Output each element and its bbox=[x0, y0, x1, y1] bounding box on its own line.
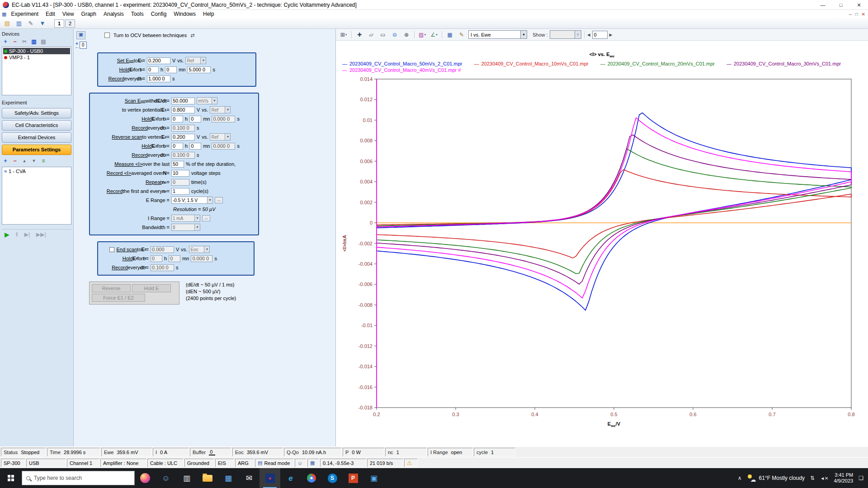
param-input[interactable]: 0 bbox=[147, 66, 159, 73]
mdi-close-button[interactable]: ✕ bbox=[862, 12, 865, 17]
param-input[interactable]: 50.000 bbox=[171, 98, 195, 104]
load-settings-icon[interactable]: ▥ bbox=[14, 19, 24, 28]
param-input[interactable]: 5.000 0 bbox=[187, 66, 211, 73]
scale-button[interactable]: ▱ bbox=[366, 30, 376, 39]
legend-item[interactable]: —20230409_CV_Control_Macro_30mVs_C01.mpr bbox=[726, 61, 841, 66]
nav-left-button[interactable]: ◀ bbox=[587, 33, 590, 37]
link-button[interactable]: ≡ bbox=[40, 158, 47, 164]
last-button[interactable]: ▶▶| bbox=[36, 231, 46, 238]
param-input[interactable]: 0.000 0 bbox=[212, 143, 235, 150]
param-input[interactable]: 10 bbox=[171, 170, 189, 177]
param-input[interactable]: 0.200 bbox=[171, 134, 195, 141]
param-input[interactable]: 1.000 0 bbox=[147, 75, 170, 82]
param-dropdown[interactable]: Ref▾ bbox=[210, 133, 231, 141]
legend-item[interactable]: —20230409_CV_Control_Macro_20mVs_C01.mpr bbox=[600, 61, 715, 66]
move-down-button[interactable]: ▼ bbox=[30, 159, 38, 163]
param-input[interactable]: 0.200 bbox=[147, 57, 170, 64]
calculator-icon[interactable]: ▦ bbox=[218, 468, 239, 488]
param-input[interactable]: 0 bbox=[171, 116, 183, 122]
param-dropdown[interactable]: -0.5 V; 1.5 V▾ bbox=[171, 197, 213, 204]
param-input[interactable]: 0.100 0 bbox=[171, 125, 195, 131]
nav-safety-adv-settings[interactable]: Safety/Adv. Settings bbox=[2, 108, 71, 118]
end-scan-checkbox[interactable] bbox=[109, 247, 114, 252]
footer-hold-e-button[interactable]: Hold E bbox=[132, 284, 171, 292]
store-icon[interactable]: ▣ bbox=[363, 468, 384, 488]
restore-button[interactable]: □ bbox=[832, 0, 850, 10]
file-explorer-icon[interactable] bbox=[197, 468, 218, 488]
param-input[interactable]: 0 bbox=[171, 179, 189, 186]
param-input[interactable]: 0 bbox=[169, 255, 180, 262]
start-button[interactable] bbox=[0, 468, 22, 488]
internet-explorer-icon[interactable]: e bbox=[280, 468, 301, 488]
param-input[interactable]: 0.800 bbox=[171, 107, 195, 113]
browse-button[interactable]: ... bbox=[215, 197, 223, 203]
menu-windows[interactable]: Windows bbox=[174, 11, 196, 17]
network-icon[interactable]: ⇅ bbox=[810, 475, 815, 481]
save-icon[interactable]: ▼ bbox=[38, 19, 47, 28]
remove-loop-button[interactable]: − bbox=[75, 46, 78, 50]
slope-button[interactable]: ∠▾ bbox=[429, 30, 439, 39]
param-dropdown[interactable]: mV/s▾ bbox=[197, 97, 217, 104]
legend-item[interactable]: —20230409_CV_Control_Macro_50mVs_2_C01.m… bbox=[342, 61, 462, 66]
next-button[interactable]: ▶| bbox=[24, 231, 30, 238]
device-item[interactable]: SP-300 - USB0 bbox=[3, 48, 70, 54]
skype-icon[interactable]: S bbox=[322, 468, 343, 488]
new-protocol-icon[interactable]: ▤ bbox=[3, 19, 12, 28]
menu-help[interactable]: Help bbox=[203, 11, 214, 17]
search-box[interactable]: Type here to search bbox=[22, 471, 135, 485]
nav-right-button[interactable]: ▶ bbox=[609, 33, 613, 37]
people-icon[interactable]: ☺ bbox=[156, 468, 176, 488]
volume-muted-icon[interactable]: ◄✕ bbox=[820, 476, 828, 481]
minimize-button[interactable]: — bbox=[814, 0, 832, 10]
menu-view[interactable]: View bbox=[62, 11, 74, 17]
nav-parameters-settings[interactable]: Parameters Settings bbox=[2, 145, 71, 155]
task-view-icon[interactable]: ▥ bbox=[176, 468, 197, 488]
graph-styles-button[interactable]: ▨▾ bbox=[417, 30, 427, 39]
param-input[interactable]: 0 bbox=[151, 255, 162, 262]
powerpoint-icon[interactable]: P bbox=[343, 468, 363, 488]
tab-2[interactable]: 2 bbox=[65, 19, 75, 28]
delete-technique-button[interactable]: − bbox=[11, 158, 19, 164]
menu-experiment[interactable]: Experiment bbox=[11, 11, 38, 17]
pause-button[interactable]: ‖ bbox=[16, 231, 18, 238]
param-dropdown[interactable]: Ref▾ bbox=[210, 106, 231, 113]
nav-count-input[interactable]: 0 bbox=[592, 31, 608, 39]
ocv-checkbox[interactable] bbox=[104, 33, 110, 38]
param-input[interactable]: 0 bbox=[171, 143, 183, 150]
param-input[interactable]: 50 bbox=[171, 161, 184, 168]
device-monitor-button[interactable]: ▥ bbox=[30, 38, 38, 45]
zoom-window-button[interactable]: ▭ bbox=[378, 30, 388, 39]
param-input[interactable]: 0.000 0 bbox=[191, 255, 212, 262]
remove-device-button[interactable]: − bbox=[11, 38, 19, 45]
mdi-minimize-button[interactable]: – bbox=[849, 12, 852, 17]
menu-tools[interactable]: Tools bbox=[131, 11, 144, 17]
notification-icon[interactable]: ❏ bbox=[859, 475, 863, 481]
device-item[interactable]: VMP3 - 1 bbox=[3, 54, 70, 61]
zoom-in-button[interactable]: ⊕ bbox=[401, 30, 411, 39]
pan-button[interactable]: ✚ bbox=[354, 30, 364, 39]
legend-item[interactable]: —20230409_CV_Control_Macro_40mVs_C01.mpr… bbox=[342, 67, 461, 73]
param-input[interactable]: 0 bbox=[189, 116, 201, 122]
menu-graph[interactable]: Graph bbox=[81, 11, 96, 17]
chrome-icon[interactable] bbox=[301, 468, 322, 488]
param-input[interactable]: 0.000 bbox=[151, 246, 174, 253]
param-dropdown[interactable]: Ref▾ bbox=[185, 57, 206, 64]
menu-analysis[interactable]: Analysis bbox=[104, 11, 124, 17]
param-input[interactable]: 0 bbox=[165, 66, 177, 73]
browse-button[interactable]: ... bbox=[202, 215, 210, 221]
display-combo[interactable]: I vs. Ewe ▾ bbox=[468, 30, 527, 39]
graph-properties-button[interactable]: ▦ bbox=[445, 30, 455, 39]
graph-select-button[interactable]: ⊞▾ bbox=[339, 30, 349, 39]
snapshot-button[interactable]: ▣ bbox=[76, 31, 85, 39]
menu-config[interactable]: Config bbox=[151, 11, 167, 17]
chevron-up-icon[interactable]: ∧ bbox=[738, 475, 742, 481]
footer-force-e1-e2-button[interactable]: Force E1 / E2 bbox=[92, 294, 145, 302]
param-input[interactable]: 0.100 0 bbox=[151, 264, 174, 271]
tab-1[interactable]: 1 bbox=[54, 19, 64, 28]
copy-graph-button[interactable]: ✎ bbox=[457, 30, 467, 39]
modify-icon[interactable]: ✎ bbox=[26, 19, 35, 28]
close-button[interactable]: ✕ bbox=[850, 0, 868, 10]
mdi-restore-button[interactable]: □ bbox=[855, 12, 858, 17]
eclab-app-icon[interactable]: ● bbox=[259, 468, 280, 488]
disconnect-device-button[interactable]: ✂ bbox=[21, 38, 28, 45]
